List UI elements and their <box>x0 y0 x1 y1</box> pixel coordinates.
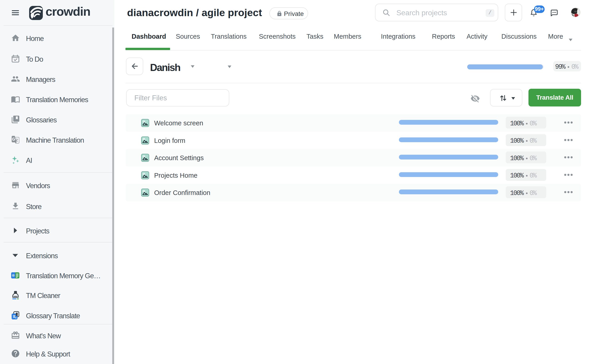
svg-text:A: A <box>15 317 17 319</box>
